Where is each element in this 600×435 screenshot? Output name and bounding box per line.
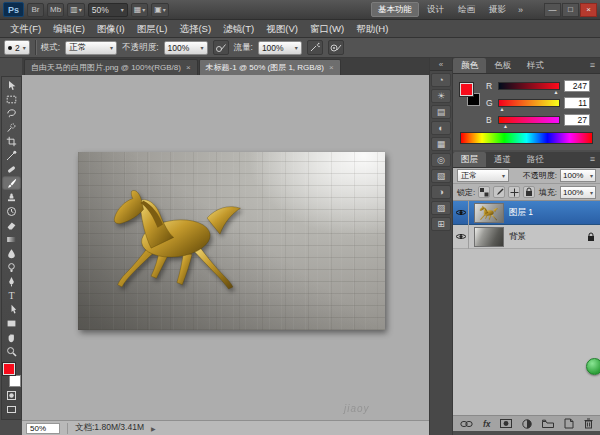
spot-healing-brush-tool[interactable] [2, 162, 21, 176]
view-extras-icon[interactable]: ▥▾ [67, 3, 85, 17]
screen-mode-icon[interactable]: ▣▾ [151, 3, 169, 17]
brightness-contrast-panel-icon[interactable]: ◐ [431, 121, 451, 135]
tab-color[interactable]: 颜色 [453, 58, 486, 73]
mini-bridge-icon[interactable]: Mb [47, 3, 64, 17]
menu-filter[interactable]: 滤镜(T) [217, 20, 260, 38]
workspace-painting[interactable]: 绘画 [452, 2, 481, 17]
menu-edit[interactable]: 编辑(E) [47, 20, 91, 38]
posterize-panel-icon[interactable]: ⊞ [431, 217, 451, 231]
new-group-icon[interactable] [542, 419, 554, 428]
blur-tool[interactable] [2, 246, 21, 260]
pen-pressure-opacity-icon[interactable] [213, 40, 229, 55]
floating-helper-badge[interactable] [586, 358, 600, 375]
crop-tool[interactable] [2, 134, 21, 148]
menu-help[interactable]: 帮助(H) [350, 20, 394, 38]
color-balance-panel-icon[interactable]: ▧ [431, 169, 451, 183]
menu-view[interactable]: 视图(V) [260, 20, 304, 38]
layer-opacity-input[interactable]: 100% ▾ [560, 169, 596, 182]
workspace-essentials[interactable]: 基本功能 [371, 2, 419, 17]
link-layers-icon[interactable] [460, 420, 473, 428]
layer-name[interactable]: 图层 1 [509, 207, 600, 219]
layer-name[interactable]: 背景 [509, 231, 582, 243]
screen-mode-button[interactable] [2, 402, 21, 416]
rectangle-shape-tool[interactable] [2, 316, 21, 330]
quick-mask-button[interactable] [2, 388, 21, 402]
clone-stamp-tool[interactable] [2, 190, 21, 204]
lock-all-icon[interactable] [523, 186, 535, 198]
minimize-button[interactable]: — [544, 3, 561, 17]
red-slider[interactable]: ▲ [498, 82, 560, 90]
background-color-swatch[interactable] [9, 375, 21, 387]
eyedropper-tool[interactable] [2, 148, 21, 162]
lock-transparency-icon[interactable] [478, 186, 490, 198]
add-mask-icon[interactable] [500, 419, 512, 428]
panel-menu-icon[interactable]: ≡ [585, 152, 600, 167]
path-selection-tool[interactable] [2, 302, 21, 316]
brush-tool[interactable] [2, 176, 21, 190]
document-area[interactable]: jiaoy [22, 75, 429, 420]
green-value-input[interactable]: 11 [564, 97, 590, 109]
history-panel-icon[interactable]: ◔ [431, 73, 451, 87]
black-white-panel-icon[interactable]: ◑ [431, 185, 451, 199]
slider-marker-icon[interactable]: ▲ [500, 106, 505, 112]
lock-position-icon[interactable] [508, 186, 520, 198]
close-icon[interactable]: × [329, 63, 334, 72]
slider-marker-icon[interactable]: ▲ [503, 123, 508, 129]
menu-select[interactable]: 选择(S) [173, 20, 217, 38]
zoom-level-dropdown[interactable]: 50%▾ [88, 3, 128, 17]
arrange-documents-icon[interactable]: ▦▾ [131, 3, 149, 17]
tab-styles[interactable]: 样式 [519, 58, 552, 73]
gradient-tool[interactable] [2, 232, 21, 246]
blue-value-input[interactable]: 27 [564, 114, 590, 126]
red-value-input[interactable]: 247 [564, 80, 590, 92]
status-zoom-input[interactable]: 50% [26, 423, 60, 434]
visibility-toggle[interactable] [453, 201, 469, 225]
color-spectrum-ramp[interactable] [460, 132, 593, 144]
layer-style-icon[interactable]: fx [483, 419, 491, 429]
layer-blend-mode-select[interactable]: 正常 ▾ [457, 169, 509, 182]
photoshop-logo[interactable]: Ps [3, 2, 24, 17]
channel-mixer-panel-icon[interactable]: ▨ [431, 201, 451, 215]
layer-thumbnail[interactable] [474, 227, 504, 247]
hue-saturation-panel-icon[interactable]: ◎ [431, 153, 451, 167]
hand-tool[interactable] [2, 330, 21, 344]
restore-button[interactable]: □ [562, 3, 579, 17]
layer-thumbnail[interactable] [474, 203, 504, 223]
document-tab-untitled[interactable]: 未标题-1 @ 50% (图层 1, RGB/8) × [199, 59, 341, 75]
brush-preset-picker[interactable]: 2 ▾ [4, 40, 30, 55]
close-button[interactable]: × [580, 3, 597, 17]
horizontal-type-tool[interactable]: T [2, 288, 21, 302]
close-icon[interactable]: × [186, 63, 191, 72]
menu-window[interactable]: 窗口(W) [304, 20, 350, 38]
workspace-design[interactable]: 设计 [421, 2, 450, 17]
delete-layer-icon[interactable] [584, 418, 593, 429]
pen-pressure-size-icon[interactable] [328, 40, 344, 55]
flow-select[interactable]: 100% ▾ [258, 41, 302, 55]
history-brush-tool[interactable] [2, 204, 21, 218]
menu-layer[interactable]: 图层(L) [131, 20, 174, 38]
blend-mode-select[interactable]: 正常 ▾ [65, 41, 117, 55]
lock-pixels-icon[interactable] [493, 186, 505, 198]
tab-swatches[interactable]: 色板 [486, 58, 519, 73]
blue-slider[interactable]: ▲ [498, 116, 560, 124]
eraser-tool[interactable] [2, 218, 21, 232]
lasso-tool[interactable] [2, 106, 21, 120]
green-slider[interactable]: ▲ [498, 99, 560, 107]
adjustment-layer-icon[interactable] [522, 419, 532, 429]
dock-collapse-icon[interactable]: « [430, 58, 452, 71]
tab-channels[interactable]: 通道 [486, 152, 519, 167]
zoom-tool[interactable] [2, 344, 21, 358]
canvas[interactable] [78, 152, 385, 330]
foreground-color-swatch[interactable] [460, 83, 473, 96]
bridge-icon[interactable]: Br [27, 3, 44, 17]
layer-fill-input[interactable]: 100% ▾ [560, 186, 596, 199]
exposure-panel-icon[interactable]: ☀ [431, 89, 451, 103]
workspace-overflow-icon[interactable]: » [514, 5, 527, 15]
foreground-color-swatch[interactable] [3, 363, 15, 375]
move-tool[interactable] [2, 78, 21, 92]
visibility-toggle[interactable] [453, 225, 469, 249]
pen-tool[interactable] [2, 274, 21, 288]
layer-row-background[interactable]: 背景 [453, 225, 600, 249]
layer-row-layer1[interactable]: 图层 1 [453, 201, 600, 225]
menu-image[interactable]: 图像(I) [91, 20, 131, 38]
